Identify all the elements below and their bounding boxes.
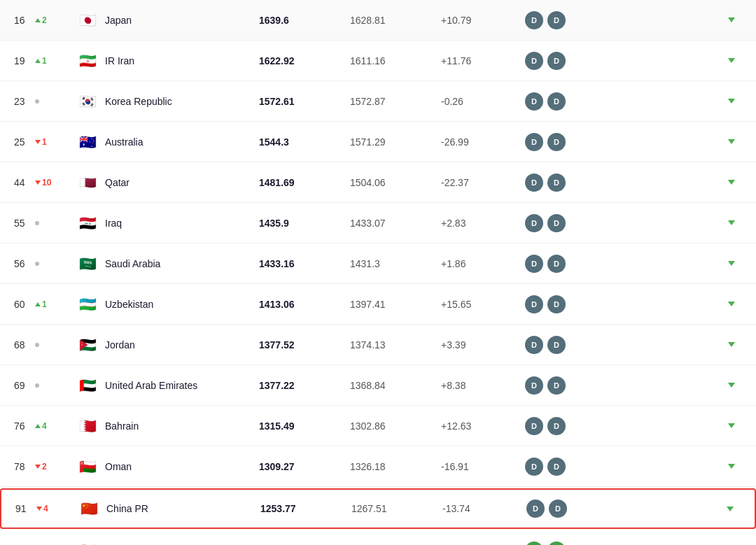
chevron-down-icon <box>728 261 735 266</box>
col-flag: 🇯🇵 <box>70 13 105 28</box>
col-country-name: China PR <box>106 503 260 514</box>
col-diff: -13.74 <box>442 503 526 514</box>
country-flag: 🇸🇦 <box>76 256 99 271</box>
col-points-previous: 1571.29 <box>350 136 441 148</box>
table-row[interactable]: 44 10 🇶🇦 Qatar 1481.69 1504.06 -22.37 D … <box>0 162 756 203</box>
table-row[interactable]: 19 1 🇮🇷 IR Iran 1622.92 1611.16 +11.76 D… <box>0 41 756 81</box>
rank-number: 19 <box>14 55 31 66</box>
table-row[interactable]: 91 4 🇨🇳 China PR 1253.77 1267.51 -13.74 … <box>0 488 756 529</box>
col-points-previous: 1397.41 <box>350 299 441 310</box>
rankings-table: 16 2 🇯🇵 Japan 1639.6 1628.81 +10.79 D D … <box>0 0 756 545</box>
table-row[interactable]: 76 4 🇧🇭 Bahrain 1315.49 1302.86 +12.63 D… <box>0 406 756 446</box>
col-country-name: Oman <box>105 461 259 472</box>
chevron-down-icon <box>727 507 734 511</box>
rank-number: 69 <box>14 380 31 391</box>
table-row[interactable]: 78 2 🇴🇲 Oman 1309.27 1326.18 -16.91 D D <box>0 446 756 487</box>
col-flag: 🇸🇾 <box>70 543 105 546</box>
col-diff: +1.86 <box>441 258 525 269</box>
rank-change-up: 1 <box>35 56 60 66</box>
col-points-current: 1639.6 <box>259 15 350 26</box>
country-flag: 🇴🇲 <box>76 459 99 474</box>
col-badges: D D <box>525 92 595 111</box>
col-points-previous: 1628.81 <box>350 15 441 26</box>
badge-1: D <box>525 133 543 151</box>
col-points-current: 1572.61 <box>259 96 350 107</box>
table-row[interactable]: 55 🇮🇶 Iraq 1435.9 1433.07 +2.83 D D <box>0 203 756 243</box>
chevron-down-icon <box>728 180 735 185</box>
rank-number: 60 <box>14 299 31 310</box>
rank-change-up: 1 <box>35 299 60 309</box>
col-badges: D D <box>525 174 595 192</box>
expand-button[interactable] <box>721 17 742 22</box>
col-country-name: Japan <box>105 15 259 26</box>
arrow-up-icon <box>35 424 41 428</box>
expand-button[interactable] <box>721 302 742 306</box>
col-rank: 56 <box>14 258 70 269</box>
badge-2: D <box>547 133 566 151</box>
rank-change-up: 2 <box>35 15 60 25</box>
table-row[interactable]: 23 🇰🇷 Korea Republic 1572.61 1572.87 -0.… <box>0 81 756 122</box>
col-points-previous: 1504.06 <box>350 177 441 188</box>
table-row[interactable]: 56 🇸🇦 Saudi Arabia 1433.16 1431.3 +1.86 … <box>0 243 756 284</box>
badge-1: D <box>525 214 543 232</box>
chevron-down-icon <box>728 302 735 306</box>
col-points-previous: 1572.87 <box>350 96 441 107</box>
expand-button[interactable] <box>721 180 742 185</box>
col-points-previous: 1368.84 <box>350 380 441 391</box>
table-row[interactable]: 25 1 🇦🇺 Australia 1544.3 1571.29 -26.99 … <box>0 122 756 162</box>
expand-button[interactable] <box>721 464 742 469</box>
col-flag: 🇮🇷 <box>70 53 105 69</box>
expand-button[interactable] <box>721 220 742 225</box>
rank-number: 25 <box>14 136 31 148</box>
rank-number: 56 <box>14 258 31 269</box>
chevron-down-icon <box>728 383 735 388</box>
col-badges: D D <box>525 295 595 313</box>
col-badges: D D <box>525 376 595 395</box>
col-diff: +2.83 <box>441 218 525 229</box>
badge-2: D <box>547 295 566 313</box>
col-points-current: 1413.06 <box>259 299 350 310</box>
table-row[interactable]: 16 2 🇯🇵 Japan 1639.6 1628.81 +10.79 D D <box>0 0 756 41</box>
table-row[interactable]: 68 🇯🇴 Jordan 1377.52 1374.13 +3.39 D D <box>0 325 756 365</box>
table-row[interactable]: 92 1 🇸🇾 Syria 1252.91 1246.68 +6.23 W W <box>0 530 756 545</box>
country-flag: 🇯🇵 <box>76 13 99 28</box>
expand-button[interactable] <box>721 423 742 428</box>
col-diff: -26.99 <box>441 136 525 148</box>
col-badges: D D <box>525 214 595 232</box>
col-country-name: Uzbekistan <box>105 299 259 310</box>
country-flag: 🇰🇷 <box>76 94 99 109</box>
col-points-previous: 1433.07 <box>350 218 441 229</box>
col-rank: 44 10 <box>14 177 70 188</box>
col-country-name: IR Iran <box>105 55 259 66</box>
expand-button[interactable] <box>720 507 741 511</box>
table-row[interactable]: 60 1 🇺🇿 Uzbekistan 1413.06 1397.41 +15.6… <box>0 284 756 325</box>
col-points-current: 1377.52 <box>259 339 350 351</box>
col-points-current: 1315.49 <box>259 420 350 432</box>
expand-button[interactable] <box>721 139 742 144</box>
neutral-dot-icon <box>35 383 39 388</box>
expand-button[interactable] <box>721 342 742 347</box>
badge-1: D <box>525 52 543 70</box>
expand-button[interactable] <box>721 383 742 388</box>
expand-button[interactable] <box>721 58 742 63</box>
expand-button[interactable] <box>721 99 742 104</box>
rank-change-neutral <box>35 343 60 347</box>
col-flag: 🇶🇦 <box>70 175 105 190</box>
table-row[interactable]: 69 🇦🇪 United Arab Emirates 1377.22 1368.… <box>0 365 756 406</box>
badge-2: D <box>547 214 566 232</box>
col-country-name: Jordan <box>105 339 259 351</box>
col-country-name: Iraq <box>105 218 259 229</box>
rank-change-down: 4 <box>36 504 62 514</box>
col-rank: 55 <box>14 218 70 229</box>
rank-change-neutral <box>35 99 60 104</box>
col-points-previous: 1374.13 <box>350 339 441 351</box>
col-diff: -0.26 <box>441 96 525 107</box>
col-points-current: 1435.9 <box>259 218 350 229</box>
expand-button[interactable] <box>721 261 742 266</box>
col-points-current: 1433.16 <box>259 258 350 269</box>
col-flag: 🇧🇭 <box>70 418 105 434</box>
col-badges: D D <box>525 11 595 29</box>
badge-1: D <box>525 92 543 111</box>
col-points-previous: 1431.3 <box>350 258 441 269</box>
col-rank: 60 1 <box>14 299 70 310</box>
